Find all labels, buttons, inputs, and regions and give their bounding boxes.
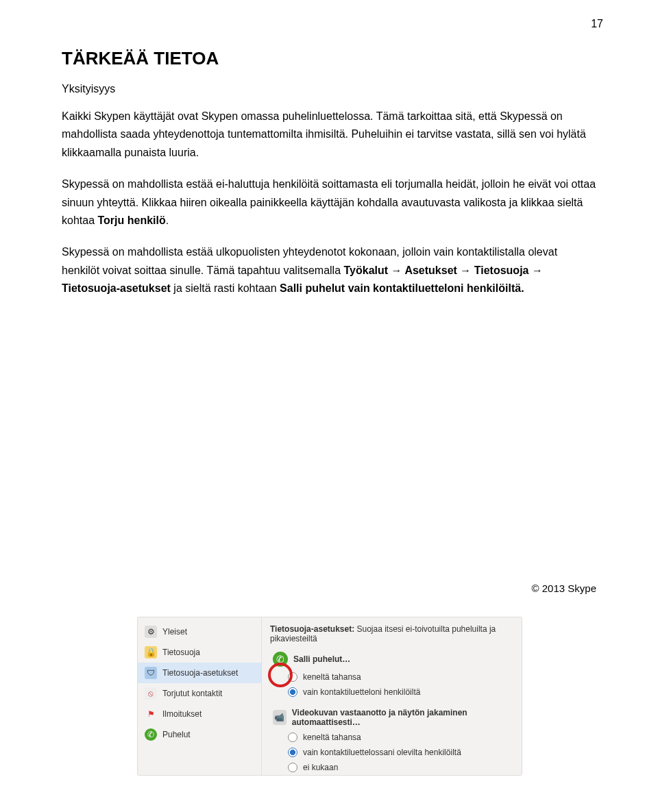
paragraph-3-text-c: ja sieltä rasti kohtaan [171, 282, 280, 294]
paragraph-1: Kaikki Skypen käyttäjät ovat Skypen omas… [62, 108, 596, 162]
block-icon: ⦸ [145, 687, 157, 700]
sidebar-item-ilmoitukset[interactable]: ⚑ Ilmoitukset [138, 704, 261, 724]
calls-label: Salli puhelut… [293, 654, 350, 664]
flag-icon: ⚑ [145, 708, 157, 720]
radio-icon [288, 763, 297, 772]
video-option-nobody[interactable]: ei kukaan [270, 760, 513, 775]
radio-icon [288, 672, 297, 682]
radio-icon [288, 733, 297, 742]
paragraph-3-bold-option: Salli puhelut vain kontaktiluetteloni he… [280, 282, 524, 294]
main-panel: Tietosuoja-asetukset: Suojaa itsesi ei-t… [262, 617, 522, 775]
radio-icon [288, 687, 297, 697]
paragraph-2: Skypessä on mahdollista estää ei-haluttu… [62, 175, 596, 230]
sidebar-item-label: Puhelut [162, 730, 191, 739]
sidebar-item-yleiset[interactable]: ⚙ Yleiset [138, 622, 261, 642]
radio-icon [288, 748, 297, 757]
video-heading: 📹 Videokuvan vastaanotto ja näytön jakam… [270, 705, 513, 730]
calls-option-contacts[interactable]: vain kontaktiluetteloni henkilöiltä [270, 685, 513, 700]
sidebar-item-label: Tietosuoja [162, 648, 200, 657]
calls-option-label: keneltä tahansa [303, 672, 361, 682]
video-option-label: ei kukaan [303, 763, 338, 772]
settings-screenshot: ⚙ Yleiset 🔒 Tietosuoja 🛡 Tietosuoja-aset… [137, 617, 522, 776]
page-title: TÄRKEÄÄ TIETOA [62, 48, 596, 69]
video-option-label: vain kontaktiluettelossani olevilta henk… [303, 748, 461, 757]
call-icon: ✆ [273, 652, 288, 667]
shield-icon: 🛡 [145, 667, 157, 679]
video-option-contacts[interactable]: vain kontaktiluettelossani olevilta henk… [270, 745, 513, 760]
copyright: © 2013 Skype [532, 582, 596, 594]
sidebar: ⚙ Yleiset 🔒 Tietosuoja 🛡 Tietosuoja-aset… [138, 617, 262, 775]
sidebar-item-label: Torjutut kontaktit [162, 689, 222, 698]
sidebar-item-label: Ilmoitukset [162, 709, 202, 719]
sidebar-item-puhelut[interactable]: ✆ Puhelut [138, 724, 261, 745]
page-subtitle: Yksityisyys [62, 83, 596, 95]
paragraph-2-bold: Torju henkilö [97, 214, 165, 226]
page-number: 17 [591, 18, 603, 30]
sidebar-item-tietosuoja[interactable]: 🔒 Tietosuoja [138, 642, 261, 663]
video-label: Videokuvan vastaanotto ja näytön jakamin… [292, 708, 513, 727]
gear-icon: ⚙ [145, 626, 157, 638]
lock-icon: 🔒 [145, 646, 157, 659]
sidebar-item-tietosuoja-asetukset[interactable]: 🛡 Tietosuoja-asetukset [138, 663, 261, 683]
calls-heading: ✆ Salli puhelut… [270, 649, 513, 669]
video-icon: 📹 [273, 710, 287, 725]
calls-option-label: vain kontaktiluetteloni henkilöiltä [303, 687, 420, 697]
sidebar-item-label: Tietosuoja-asetukset [162, 668, 238, 678]
paragraph-2-text-c: . [166, 214, 169, 226]
panel-header: Tietosuoja-asetukset: Suojaa itsesi ei-t… [270, 624, 513, 643]
calls-option-anyone[interactable]: keneltä tahansa [270, 669, 513, 685]
video-option-label: keneltä tahansa [303, 733, 361, 742]
paragraph-3: Skypessä on mahdollista estää ulkopuolis… [62, 243, 596, 297]
handset-icon: ✆ [145, 728, 157, 741]
sidebar-item-torjutut[interactable]: ⦸ Torjutut kontaktit [138, 683, 261, 704]
sidebar-item-label: Yleiset [162, 627, 187, 637]
panel-header-title: Tietosuoja-asetukset: [270, 624, 354, 634]
video-option-anyone[interactable]: keneltä tahansa [270, 730, 513, 745]
